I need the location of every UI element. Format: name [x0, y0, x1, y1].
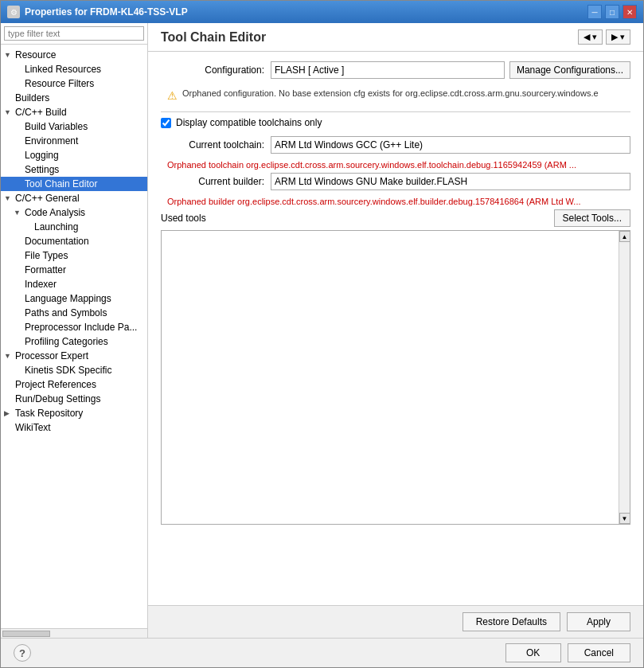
sidebar-item-label: File Types: [25, 250, 68, 261]
warning-text: Orphaned configuration. No base extensio…: [182, 88, 599, 98]
cancel-button[interactable]: Cancel: [568, 643, 630, 662]
right-panel: Tool Chain Editor ◀ ▾ ▶ ▾ Configuration:…: [148, 23, 643, 638]
sidebar-item-label: Project References: [15, 379, 96, 390]
sidebar-item-label: Code Analysis: [25, 207, 85, 218]
sidebar-filter-container: [1, 23, 147, 45]
select-tools-button[interactable]: Select Tools...: [554, 209, 630, 227]
checkbox-label: Display compatible toolchains only: [176, 117, 322, 128]
panel-footer: Restore Defaults Apply: [148, 605, 643, 638]
sidebar-item-resource-filters[interactable]: Resource Filters: [1, 76, 147, 91]
ok-button[interactable]: OK: [505, 643, 561, 662]
sidebar-item-paths-and-symbols[interactable]: Paths and Symbols: [1, 306, 147, 320]
minimize-button[interactable]: ─: [587, 5, 602, 19]
configuration-select[interactable]: FLASH [ Active ]: [271, 61, 505, 79]
sidebar-item-label: Language Mappings: [25, 293, 111, 304]
sidebar-item-label: Processor Expert: [15, 350, 88, 361]
sidebar-item-preprocessor-include[interactable]: Preprocessor Include Pa...: [1, 320, 147, 334]
warning-icon: ⚠: [167, 89, 178, 102]
used-tools-label: Used tools: [161, 213, 206, 224]
checkbox-row: Display compatible toolchains only: [161, 117, 630, 128]
sidebar-item-processor-expert[interactable]: ▼ Processor Expert: [1, 349, 147, 363]
tools-list: [162, 231, 619, 524]
builder-select[interactable]: ARM Ltd Windows GNU Make builder.FLASH: [271, 173, 630, 190]
sidebar-item-run-debug-settings[interactable]: Run/Debug Settings: [1, 392, 147, 406]
panel-nav: ◀ ▾ ▶ ▾: [578, 29, 630, 45]
builder-row: Current builder: ARM Ltd Windows GNU Mak…: [161, 173, 630, 190]
expand-icon: ▼: [4, 194, 15, 202]
sidebar-item-indexer[interactable]: Indexer: [1, 277, 147, 291]
sidebar-item-code-analysis[interactable]: ▼ Code Analysis: [1, 205, 147, 220]
sidebar-item-language-mappings[interactable]: Language Mappings: [1, 291, 147, 306]
main-content: ▼ Resource Linked Resources Resource Fil…: [1, 23, 643, 638]
sidebar-tree: ▼ Resource Linked Resources Resource Fil…: [1, 45, 147, 628]
nav-back-button[interactable]: ◀ ▾: [578, 29, 603, 45]
configuration-select-container: FLASH [ Active ] Manage Configurations..…: [271, 61, 630, 79]
sidebar-item-label: Profiling Categories: [25, 336, 108, 347]
sidebar-item-profiling-categories[interactable]: Profiling Categories: [1, 334, 147, 349]
title-bar: ⚙ Properties for FRDM-KL46-TSS-VLP ─ □ ✕: [1, 1, 643, 23]
help-button[interactable]: ?: [14, 644, 31, 662]
toolchain-select[interactable]: ARM Ltd Windows GCC (G++ Lite): [271, 136, 630, 154]
sidebar-item-label: Kinetis SDK Specific: [25, 365, 111, 376]
sidebar-item-build-variables[interactable]: Build Variables: [1, 119, 147, 134]
sidebar-item-kinetis-sdk[interactable]: Kinetis SDK Specific: [1, 363, 147, 377]
maximize-button[interactable]: □: [605, 5, 619, 19]
sidebar-item-file-types[interactable]: File Types: [1, 248, 147, 263]
section-divider-1: [161, 111, 630, 112]
sidebar-item-project-references[interactable]: Project References: [1, 377, 147, 392]
sidebar-item-environment[interactable]: Environment: [1, 134, 147, 148]
sidebar-item-documentation[interactable]: Documentation: [1, 234, 147, 248]
sidebar-item-label: Resource Filters: [25, 78, 94, 89]
sidebar-item-builders[interactable]: Builders: [1, 91, 147, 105]
bottom-left: ?: [14, 644, 31, 662]
sidebar-item-cpp-general[interactable]: ▼ C/C++ General: [1, 191, 147, 205]
sidebar-item-settings[interactable]: Settings: [1, 162, 147, 177]
sidebar-filter-input[interactable]: [4, 26, 144, 41]
title-controls: ─ □ ✕: [587, 5, 637, 19]
restore-defaults-button[interactable]: Restore Defaults: [463, 612, 560, 631]
toolchain-row: Current toolchain: ARM Ltd Windows GCC (…: [161, 136, 630, 154]
sidebar-item-tool-chain-editor[interactable]: Tool Chain Editor: [1, 177, 147, 191]
sidebar-item-formatter[interactable]: Formatter: [1, 263, 147, 277]
builder-label: Current builder:: [161, 176, 264, 187]
tools-scrollbar: ▲ ▼: [619, 231, 630, 524]
compatible-toolchains-checkbox[interactable]: [161, 118, 171, 128]
manage-configurations-button[interactable]: Manage Configurations...: [509, 61, 630, 79]
sidebar-item-cpp-build[interactable]: ▼ C/C++ Build: [1, 105, 147, 119]
bottom-right: OK Cancel: [505, 643, 630, 662]
nav-forward-button[interactable]: ▶ ▾: [606, 29, 630, 45]
title-bar-left: ⚙ Properties for FRDM-KL46-TSS-VLP: [7, 6, 188, 18]
tools-content-area: ▲ ▼: [161, 230, 630, 525]
scroll-down-arrow[interactable]: ▼: [619, 513, 630, 524]
expand-icon: ▶: [4, 409, 15, 417]
sidebar-item-label: Logging: [25, 150, 59, 161]
sidebar-item-resource[interactable]: ▼ Resource: [1, 48, 147, 62]
sidebar-item-label: Build Variables: [25, 121, 88, 132]
toolchain-label: Current toolchain:: [161, 139, 264, 150]
sidebar-item-label: Preprocessor Include Pa...: [25, 322, 137, 333]
apply-button[interactable]: Apply: [567, 612, 630, 631]
toolchain-error: Orphaned toolchain org.eclipse.cdt.cross…: [161, 160, 630, 170]
tools-header: Used tools Select Tools...: [161, 209, 630, 227]
sidebar: ▼ Resource Linked Resources Resource Fil…: [1, 23, 148, 638]
sidebar-item-label: C/C++ General: [15, 193, 80, 204]
panel-body: Configuration: FLASH [ Active ] Manage C…: [148, 52, 643, 605]
main-window: ⚙ Properties for FRDM-KL46-TSS-VLP ─ □ ✕…: [0, 0, 644, 668]
expand-icon: ▼: [4, 108, 15, 116]
sidebar-item-launching[interactable]: Launching: [1, 220, 147, 234]
panel-title: Tool Chain Editor: [161, 30, 266, 45]
sidebar-item-wikitext[interactable]: WikiText: [1, 420, 147, 435]
window-title: Properties for FRDM-KL46-TSS-VLP: [25, 6, 188, 18]
scroll-up-arrow[interactable]: ▲: [619, 231, 630, 242]
expand-icon: ▼: [4, 352, 15, 360]
panel-header: Tool Chain Editor ◀ ▾ ▶ ▾: [148, 23, 643, 52]
sidebar-item-linked-resources[interactable]: Linked Resources: [1, 62, 147, 76]
sidebar-item-task-repository[interactable]: ▶ Task Repository: [1, 406, 147, 420]
sidebar-item-label: Settings: [25, 164, 59, 175]
bottom-bar: ? OK Cancel: [1, 638, 643, 667]
sidebar-horizontal-scrollbar[interactable]: [1, 628, 147, 638]
sidebar-item-logging[interactable]: Logging: [1, 148, 147, 162]
close-button[interactable]: ✕: [623, 5, 637, 19]
expand-icon: ▼: [14, 209, 25, 217]
sidebar-item-label: Environment: [25, 135, 78, 146]
